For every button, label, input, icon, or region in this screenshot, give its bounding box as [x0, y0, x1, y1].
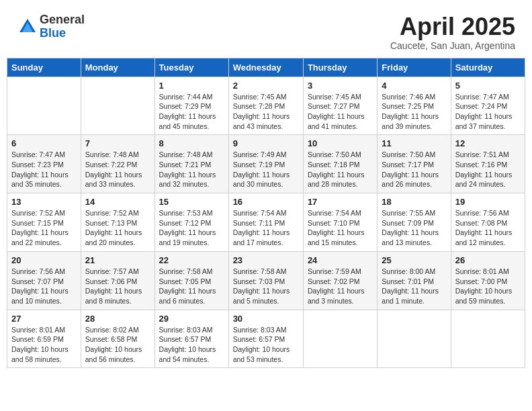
- calendar-cell: 3Sunrise: 7:45 AMSunset: 7:27 PMDaylight…: [303, 77, 377, 135]
- calendar-cell: 23Sunrise: 7:58 AMSunset: 7:03 PMDayligh…: [228, 251, 303, 310]
- day-info: Sunrise: 7:49 AMSunset: 7:19 PMDaylight:…: [233, 150, 299, 189]
- day-info: Sunrise: 7:48 AMSunset: 7:21 PMDaylight:…: [159, 150, 224, 189]
- day-number: 30: [233, 314, 299, 324]
- day-info: Sunrise: 7:45 AMSunset: 7:27 PMDaylight:…: [308, 92, 373, 132]
- day-info: Sunrise: 7:54 AMSunset: 7:11 PMDaylight:…: [233, 208, 299, 248]
- calendar-cell: 22Sunrise: 7:58 AMSunset: 7:05 PMDayligh…: [154, 251, 228, 310]
- day-number: 9: [233, 138, 299, 148]
- day-info: Sunrise: 7:48 AMSunset: 7:22 PMDaylight:…: [85, 150, 150, 189]
- title-block: April 2025 Caucete, San Juan, Argentina: [390, 13, 515, 51]
- calendar-cell: 17Sunrise: 7:54 AMSunset: 7:10 PMDayligh…: [303, 193, 377, 252]
- calendar-header-thursday: Thursday: [303, 58, 377, 77]
- day-info: Sunrise: 7:56 AMSunset: 7:07 PMDaylight:…: [11, 267, 77, 306]
- day-number: 28: [85, 314, 150, 324]
- day-info: Sunrise: 8:02 AMSunset: 6:58 PMDaylight:…: [85, 325, 150, 365]
- calendar-week-row: 27Sunrise: 8:01 AMSunset: 6:59 PMDayligh…: [7, 310, 525, 368]
- day-info: Sunrise: 7:51 AMSunset: 7:16 PMDaylight:…: [455, 150, 521, 189]
- day-number: 19: [455, 197, 521, 207]
- day-number: 16: [233, 197, 299, 207]
- day-number: 7: [85, 138, 150, 148]
- logo-text: General Blue: [40, 13, 85, 40]
- calendar-cell: 28Sunrise: 8:02 AMSunset: 6:58 PMDayligh…: [81, 310, 154, 368]
- day-info: Sunrise: 7:50 AMSunset: 7:18 PMDaylight:…: [308, 150, 373, 189]
- day-number: 27: [11, 314, 77, 324]
- day-number: 3: [308, 81, 373, 91]
- calendar-cell: 19Sunrise: 7:56 AMSunset: 7:08 PMDayligh…: [451, 193, 525, 252]
- day-number: 10: [308, 138, 373, 148]
- day-info: Sunrise: 8:03 AMSunset: 6:57 PMDaylight:…: [233, 325, 299, 365]
- day-info: Sunrise: 8:00 AMSunset: 7:01 PMDaylight:…: [382, 267, 446, 306]
- calendar-week-row: 1Sunrise: 7:44 AMSunset: 7:29 PMDaylight…: [7, 77, 525, 135]
- calendar-cell: 5Sunrise: 7:47 AMSunset: 7:24 PMDaylight…: [451, 77, 525, 135]
- day-info: Sunrise: 7:52 AMSunset: 7:13 PMDaylight:…: [85, 208, 150, 248]
- day-number: 4: [382, 81, 446, 91]
- day-number: 2: [233, 81, 299, 91]
- page-header: General Blue April 2025 Caucete, San Jua…: [7, 7, 525, 54]
- day-info: Sunrise: 7:47 AMSunset: 7:24 PMDaylight:…: [455, 92, 521, 132]
- day-number: 14: [85, 197, 150, 207]
- logo-general-text: General: [40, 13, 85, 27]
- day-info: Sunrise: 7:58 AMSunset: 7:03 PMDaylight:…: [233, 267, 299, 306]
- calendar-header-row: SundayMondayTuesdayWednesdayThursdayFrid…: [7, 58, 525, 77]
- day-info: Sunrise: 7:55 AMSunset: 7:09 PMDaylight:…: [382, 208, 446, 248]
- calendar-cell: [303, 310, 377, 368]
- day-number: 8: [159, 138, 224, 148]
- day-info: Sunrise: 7:44 AMSunset: 7:29 PMDaylight:…: [159, 92, 224, 132]
- calendar-cell: 25Sunrise: 8:00 AMSunset: 7:01 PMDayligh…: [378, 251, 451, 310]
- day-number: 13: [11, 197, 77, 207]
- calendar-header-sunday: Sunday: [7, 58, 81, 77]
- day-info: Sunrise: 7:59 AMSunset: 7:02 PMDaylight:…: [308, 267, 373, 306]
- calendar-cell: 14Sunrise: 7:52 AMSunset: 7:13 PMDayligh…: [81, 193, 154, 252]
- calendar-cell: 12Sunrise: 7:51 AMSunset: 7:16 PMDayligh…: [451, 135, 525, 193]
- location-subtitle: Caucete, San Juan, Argentina: [390, 40, 515, 51]
- calendar-header-saturday: Saturday: [451, 58, 525, 77]
- calendar-week-row: 20Sunrise: 7:56 AMSunset: 7:07 PMDayligh…: [7, 251, 525, 310]
- day-number: 20: [11, 255, 77, 265]
- day-number: 23: [233, 255, 299, 265]
- calendar-cell: [378, 310, 451, 368]
- day-number: 5: [455, 81, 521, 91]
- calendar-header-wednesday: Wednesday: [228, 58, 303, 77]
- day-number: 17: [308, 197, 373, 207]
- calendar-cell: [81, 77, 154, 135]
- calendar-cell: 9Sunrise: 7:49 AMSunset: 7:19 PMDaylight…: [228, 135, 303, 193]
- calendar-cell: 18Sunrise: 7:55 AMSunset: 7:09 PMDayligh…: [378, 193, 451, 252]
- calendar-week-row: 13Sunrise: 7:52 AMSunset: 7:15 PMDayligh…: [7, 193, 525, 252]
- day-number: 18: [382, 197, 446, 207]
- day-number: 29: [159, 314, 224, 324]
- day-info: Sunrise: 8:03 AMSunset: 6:57 PMDaylight:…: [159, 325, 224, 365]
- calendar-cell: 24Sunrise: 7:59 AMSunset: 7:02 PMDayligh…: [303, 251, 377, 310]
- day-info: Sunrise: 7:58 AMSunset: 7:05 PMDaylight:…: [159, 267, 224, 306]
- day-info: Sunrise: 7:56 AMSunset: 7:08 PMDaylight:…: [455, 208, 521, 248]
- calendar-cell: 30Sunrise: 8:03 AMSunset: 6:57 PMDayligh…: [228, 310, 303, 368]
- calendar-cell: 11Sunrise: 7:50 AMSunset: 7:17 PMDayligh…: [378, 135, 451, 193]
- logo: General Blue: [17, 13, 85, 40]
- day-info: Sunrise: 8:01 AMSunset: 7:00 PMDaylight:…: [455, 267, 521, 306]
- day-number: 15: [159, 197, 224, 207]
- day-number: 26: [455, 255, 521, 265]
- day-info: Sunrise: 7:53 AMSunset: 7:12 PMDaylight:…: [159, 208, 224, 248]
- calendar-cell: 10Sunrise: 7:50 AMSunset: 7:18 PMDayligh…: [303, 135, 377, 193]
- day-number: 1: [159, 81, 224, 91]
- day-info: Sunrise: 7:52 AMSunset: 7:15 PMDaylight:…: [11, 208, 77, 248]
- calendar-cell: 6Sunrise: 7:47 AMSunset: 7:23 PMDaylight…: [7, 135, 81, 193]
- day-number: 22: [159, 255, 224, 265]
- day-number: 6: [11, 138, 77, 148]
- logo-blue-text: Blue: [40, 27, 85, 40]
- calendar-cell: 27Sunrise: 8:01 AMSunset: 6:59 PMDayligh…: [7, 310, 81, 368]
- calendar-week-row: 6Sunrise: 7:47 AMSunset: 7:23 PMDaylight…: [7, 135, 525, 193]
- calendar-cell: 1Sunrise: 7:44 AMSunset: 7:29 PMDaylight…: [154, 77, 228, 135]
- calendar-cell: 8Sunrise: 7:48 AMSunset: 7:21 PMDaylight…: [154, 135, 228, 193]
- calendar-cell: [7, 77, 81, 135]
- day-info: Sunrise: 7:57 AMSunset: 7:06 PMDaylight:…: [85, 267, 150, 306]
- day-number: 11: [382, 138, 446, 148]
- calendar-table: SundayMondayTuesdayWednesdayThursdayFrid…: [7, 58, 525, 369]
- day-number: 24: [308, 255, 373, 265]
- calendar-cell: 15Sunrise: 7:53 AMSunset: 7:12 PMDayligh…: [154, 193, 228, 252]
- day-info: Sunrise: 7:46 AMSunset: 7:25 PMDaylight:…: [382, 92, 446, 132]
- calendar-cell: 20Sunrise: 7:56 AMSunset: 7:07 PMDayligh…: [7, 251, 81, 310]
- calendar-cell: 2Sunrise: 7:45 AMSunset: 7:28 PMDaylight…: [228, 77, 303, 135]
- day-number: 25: [382, 255, 446, 265]
- calendar-cell: [451, 310, 525, 368]
- calendar-cell: 7Sunrise: 7:48 AMSunset: 7:22 PMDaylight…: [81, 135, 154, 193]
